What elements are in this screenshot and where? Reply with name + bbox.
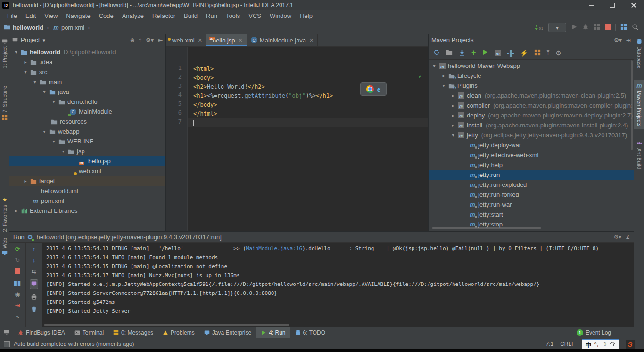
coverage-button-disabled[interactable] [594, 24, 600, 32]
tree-item-target[interactable]: target [9, 176, 165, 186]
tool-button-structure[interactable]: 7: Structure [0, 83, 9, 123]
chevron-expanded-icon[interactable] [41, 129, 48, 134]
print-icon[interactable] [31, 293, 37, 302]
more-actions-icon[interactable]: » [16, 313, 19, 320]
tool-button-messages[interactable]: 0: Messages [108, 327, 158, 338]
search-everywhere-icon[interactable] [632, 24, 638, 32]
debug-button-disabled[interactable] [582, 24, 589, 32]
tree-item-web-xml[interactable]: web.xml [9, 166, 165, 176]
moon-icon[interactable]: ☽ [601, 341, 607, 348]
maven-settings-icon[interactable]: ⚙ [556, 50, 561, 57]
maven-goal-jetty-run-war[interactable]: m jetty:run-war [429, 200, 634, 210]
run-configuration-select[interactable] [548, 23, 566, 32]
maven-item-compiler[interactable]: m compiler (org.apache.maven.plugins:mav… [429, 101, 634, 110]
minimize-button[interactable] [580, 0, 602, 10]
tool-button-findbugs[interactable]: FindBugs-IDEA [13, 327, 70, 338]
tab-web-xml[interactable]: web.xml ✕ [166, 34, 206, 46]
maven-item-deploy[interactable]: m deploy (org.apache.maven.plugins:maven… [429, 110, 634, 120]
chevron-expanded-icon[interactable] [430, 63, 438, 68]
tool-button-favorites[interactable]: ★ 2: Favorites [0, 194, 9, 235]
menu-run[interactable]: Run [202, 11, 222, 20]
console-source-link[interactable]: MainModule.java:16 [246, 245, 302, 251]
menu-window[interactable]: Window [265, 11, 296, 20]
tree-item-helloworld-iml[interactable]: helloworld.iml [9, 186, 165, 196]
chevron-collapsed-icon[interactable] [449, 113, 457, 118]
next-occurrence-icon[interactable]: ↓ [33, 257, 36, 264]
tree-item-helloworld[interactable]: helloworld D:\gitpot\helloworld [9, 47, 165, 57]
maven-goal-jetty-run-forked[interactable]: m jetty:run-forked [429, 190, 634, 200]
scroll-to-end-icon[interactable] [30, 279, 38, 289]
tree-item-webapp[interactable]: webapp [9, 126, 165, 136]
line-separator-widget[interactable]: CRLF [560, 341, 575, 347]
vertical-scrollbar[interactable] [631, 60, 633, 150]
close-tab-icon[interactable]: ✕ [198, 37, 202, 43]
update-application-icon[interactable]: ⇣01 [534, 24, 544, 31]
collapse-all-icon[interactable]: ⤒ [139, 37, 141, 43]
tree-item-resources[interactable]: resources [9, 117, 165, 126]
offline-mode-icon[interactable]: ⚡ [520, 50, 528, 57]
chevron-expanded-icon[interactable] [50, 99, 58, 104]
prev-occurrence-icon[interactable]: ↑ [33, 245, 36, 252]
hide-panel-icon[interactable]: ⊻ [626, 234, 630, 240]
ime-punctuation-indicator[interactable]: °, [594, 341, 599, 348]
settings-gear-icon[interactable]: ⚙▾ [614, 37, 622, 43]
tab-hello-jsp[interactable]: JSP hello.jsp ✕ [206, 34, 247, 46]
tree-item-web-inf[interactable]: WEB-INF [9, 136, 165, 146]
tree-item-mainmodule[interactable]: C MainModule [9, 107, 165, 117]
tree-item-main[interactable]: main [9, 77, 165, 87]
locate-file-icon[interactable]: ⊕ [130, 37, 135, 43]
chevron-collapsed-icon[interactable] [449, 123, 457, 128]
menu-view[interactable]: View [40, 11, 62, 20]
chevron-collapsed-icon[interactable] [22, 59, 29, 65]
ime-language-indicator[interactable]: 中 [586, 340, 592, 349]
maven-goal-jetty-help[interactable]: m jetty:help [429, 160, 634, 170]
event-log-button[interactable]: 1 Event Log [577, 329, 644, 336]
tool-button-project[interactable]: 1: Project [0, 36, 9, 71]
close-tab-icon[interactable]: ✕ [239, 37, 243, 43]
menu-analyze[interactable]: Analyze [118, 11, 148, 20]
chevron-collapsed-icon[interactable] [12, 208, 20, 213]
maximize-button[interactable] [602, 0, 623, 10]
tool-button-database[interactable]: Database [634, 36, 644, 71]
build-status-icon[interactable] [4, 341, 10, 347]
chevron-expanded-icon[interactable] [50, 139, 58, 144]
run-button-disabled[interactable] [571, 24, 578, 32]
tool-button-maven-projects[interactable]: m Maven Projects [634, 80, 644, 129]
maven-item-plugins[interactable]: ⚙ Plugins [429, 81, 634, 91]
chevron-expanded-icon[interactable] [22, 69, 29, 75]
maven-goal-jetty-run-exploded[interactable]: m jetty:run-exploded [429, 180, 634, 190]
soft-wrap-icon[interactable]: ⇆ [32, 268, 37, 275]
breadcrumb-file[interactable]: m pom.xml [53, 24, 92, 31]
maven-goal-jetty-run[interactable]: m jetty:run [429, 170, 634, 180]
project-panel-title[interactable]: Project [21, 36, 40, 43]
skip-tests-icon[interactable]: -∥- [507, 50, 514, 57]
run-maven-build-icon[interactable] [482, 49, 488, 57]
menu-build[interactable]: Build [180, 11, 202, 20]
maven-item-install[interactable]: m install (org.apache.maven.plugins:mave… [429, 120, 634, 130]
chevron-collapsed-icon[interactable] [440, 73, 447, 78]
chevron-expanded-icon[interactable] [440, 83, 447, 88]
tool-button-problems[interactable]: Problems [158, 327, 199, 338]
rerun-failed-icon[interactable]: ↻ [15, 257, 20, 264]
tree-item-demo-hello[interactable]: demo.hello [9, 97, 165, 107]
tree-item-external-libraries[interactable]: External Libraries [9, 206, 165, 216]
menu-navigate[interactable]: Navigate [62, 11, 94, 20]
chevron-expanded-icon[interactable] [41, 89, 48, 94]
chrome-browser-icon[interactable] [366, 85, 374, 93]
add-maven-project-icon[interactable]: + [471, 49, 476, 57]
show-dependencies-icon[interactable] [534, 49, 541, 57]
tree-item-hello-jsp[interactable]: JSP hello.jsp [9, 156, 165, 166]
download-sources-icon[interactable] [459, 49, 465, 57]
maven-item-root[interactable]: m helloworld Maven Webapp [429, 61, 634, 71]
tool-button-run[interactable]: 4: Run [256, 327, 290, 338]
breadcrumb-project[interactable]: helloworld [4, 24, 51, 32]
maven-goal-jetty-effective-web-xml[interactable]: m jetty:effective-web-xml [429, 150, 634, 160]
menu-code[interactable]: Code [95, 11, 118, 20]
pause-icon[interactable]: ▮▮ [14, 279, 21, 286]
settings-gear-icon[interactable]: ⚙▾ [146, 37, 154, 43]
ime-toolbar[interactable]: 中 °, ☽ [582, 339, 619, 349]
maven-item-lifecycle[interactable]: ⚙ Lifecycle [429, 71, 634, 81]
chevron-expanded-icon[interactable] [31, 79, 39, 84]
tool-window-switcher-icon[interactable] [0, 329, 13, 336]
clear-console-icon[interactable] [31, 306, 37, 314]
